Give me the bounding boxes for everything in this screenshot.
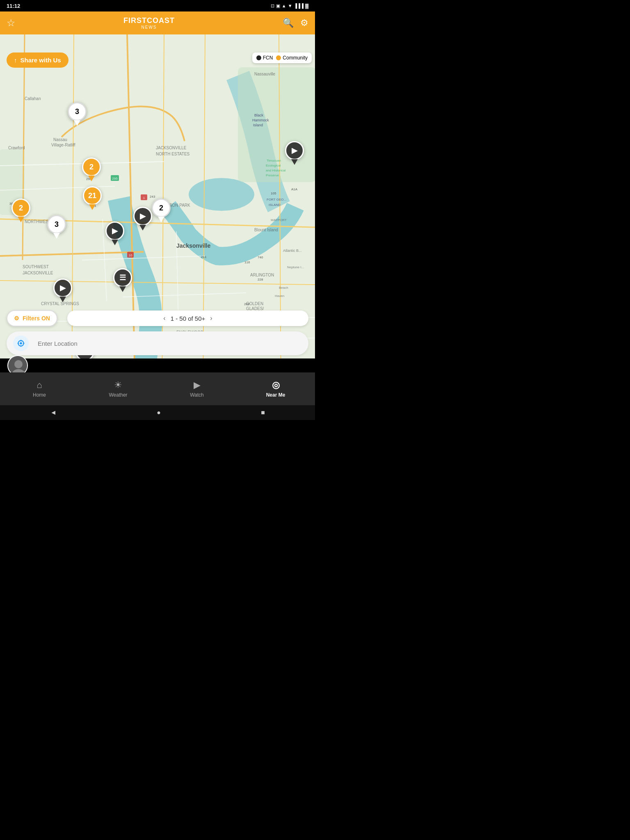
- pin-tail: [59, 297, 66, 302]
- location-input[interactable]: [34, 340, 302, 347]
- svg-text:10: 10: [129, 253, 132, 257]
- svg-text:A1A: A1A: [291, 187, 298, 191]
- svg-text:ARLINGTON: ARLINGTON: [250, 273, 274, 277]
- svg-text:740: 740: [258, 256, 263, 259]
- svg-line-6: [23, 34, 25, 260]
- favorite-button[interactable]: ☆: [7, 17, 16, 29]
- play-button: ▶: [105, 221, 124, 240]
- pin-tail: [158, 217, 164, 222]
- svg-line-15: [82, 256, 205, 260]
- svg-line-8: [0, 281, 315, 285]
- pin-count: 21: [83, 186, 102, 205]
- pin-count: 2: [82, 158, 101, 176]
- bottom-navigation: ⌂ Home ☀ Weather ▶ Watch ◎ Near Me: [0, 372, 315, 405]
- pin-count: 3: [68, 102, 87, 121]
- filters-label: Filters ON: [23, 315, 50, 322]
- video-pin-bottom-left[interactable]: ▶: [53, 278, 72, 302]
- svg-point-95: [14, 360, 23, 368]
- svg-rect-2: [238, 67, 315, 182]
- nav-item-watch[interactable]: ▶ Watch: [158, 380, 236, 398]
- svg-rect-92: [141, 194, 147, 200]
- svg-text:Beach: Beach: [279, 286, 288, 290]
- filters-button[interactable]: ⚙ Filters ON: [7, 310, 57, 326]
- svg-text:Haven: Haven: [275, 294, 284, 298]
- pin-tail: [88, 176, 95, 181]
- svg-text:and Historical: and Historical: [266, 169, 286, 172]
- settings-icon[interactable]: ⚙: [300, 18, 308, 28]
- weather-icon: ☀: [114, 380, 122, 390]
- legend-fcn: FCN: [256, 55, 273, 61]
- home-icon: ⌂: [37, 380, 42, 390]
- battery-icon: ▣: [276, 3, 280, 9]
- svg-text:MAYPORT: MAYPORT: [271, 218, 287, 222]
- fcn-label: FCN: [263, 55, 273, 61]
- community-dot: [276, 55, 281, 60]
- video-pin-mid-right[interactable]: ▶: [133, 207, 152, 231]
- nav-item-watch-label: Watch: [190, 392, 204, 398]
- svg-line-16: [123, 293, 246, 297]
- nav-item-weather-label: Weather: [109, 392, 127, 398]
- wifi-icon: ▼: [288, 3, 292, 8]
- top-navigation: ☆ FIRSTCOAST NEWS 🔍 ⚙: [0, 11, 315, 34]
- signal-icon: ▐▐▐: [294, 3, 304, 8]
- home-button[interactable]: ●: [157, 409, 161, 416]
- svg-text:228: 228: [258, 278, 263, 281]
- svg-text:FORT GEO...: FORT GEO...: [267, 198, 286, 201]
- share-button-label: Share with Us: [21, 57, 61, 64]
- play-button: ▶: [133, 207, 152, 226]
- nav-item-weather[interactable]: ☀ Weather: [79, 380, 158, 398]
- svg-text:Jacksonville: Jacksonville: [176, 242, 210, 249]
- location-target-icon[interactable]: [13, 336, 29, 351]
- article-pin-bottom-center[interactable]: ☰: [113, 268, 132, 292]
- svg-text:116: 116: [244, 260, 250, 264]
- svg-point-102: [20, 342, 21, 344]
- svg-text:105: 105: [271, 192, 276, 195]
- battery-level-icon: ▓: [305, 3, 308, 8]
- play-button: ▶: [53, 278, 72, 297]
- recent-button[interactable]: ■: [261, 409, 265, 416]
- controls-top-row: ⚙ Filters ON ‹ 1 - 50 of 50+ ›: [0, 307, 315, 330]
- article-icon: ☰: [113, 268, 132, 287]
- cluster-pin-21-orange[interactable]: 21: [83, 186, 102, 210]
- app-logo: FIRSTCOAST NEWS: [123, 16, 175, 30]
- filters-icon: ⚙: [14, 315, 19, 322]
- cluster-pin-3-white-mid[interactable]: 3: [47, 215, 66, 239]
- upload-icon: ↑: [14, 57, 17, 64]
- video-pin-right[interactable]: ▶: [285, 141, 304, 165]
- svg-text:Island: Island: [253, 123, 263, 127]
- svg-text:Neptune I...: Neptune I...: [287, 265, 304, 269]
- nearme-icon: ◎: [272, 380, 280, 390]
- svg-text:202: 202: [244, 302, 250, 306]
- svg-text:Ecological: Ecological: [266, 164, 281, 167]
- pagination-text: 1 - 50 of 50+: [171, 315, 205, 322]
- svg-text:211: 211: [201, 255, 207, 259]
- back-button[interactable]: ◄: [50, 409, 57, 416]
- cluster-pin-2-orange-mid[interactable]: 2: [82, 158, 101, 181]
- nav-item-nearme[interactable]: ◎ Near Me: [236, 380, 315, 398]
- prev-page-button[interactable]: ‹: [163, 315, 165, 322]
- nav-item-home[interactable]: ⌂ Home: [0, 380, 79, 398]
- svg-line-5: [0, 252, 144, 256]
- next-page-button[interactable]: ›: [210, 315, 212, 322]
- svg-text:Black: Black: [254, 113, 264, 117]
- cluster-pin-2-orange-left[interactable]: 2: [11, 199, 30, 222]
- video-pin-center[interactable]: ▶: [105, 221, 124, 245]
- svg-text:Nassau: Nassau: [53, 137, 67, 142]
- pin-tail: [53, 233, 60, 239]
- svg-text:SOUTHWEST: SOUTHWEST: [23, 265, 49, 269]
- svg-point-1: [189, 178, 254, 211]
- pin-count: 3: [47, 215, 66, 234]
- cluster-pin-3-white[interactable]: 3: [68, 102, 87, 126]
- pin-tail: [112, 240, 118, 245]
- search-icon[interactable]: 🔍: [283, 18, 294, 28]
- pin-tail: [18, 217, 24, 222]
- share-button[interactable]: ↑ Share with Us: [7, 52, 68, 68]
- svg-text:243: 243: [150, 195, 155, 199]
- pin-tail: [89, 204, 96, 210]
- svg-text:Village-Ratliff: Village-Ratliff: [51, 143, 75, 147]
- location-search-row: [7, 331, 308, 355]
- cluster-pin-2-white-right[interactable]: 2: [152, 199, 171, 222]
- pocket-icon: ⊡: [271, 3, 274, 9]
- svg-text:Crawford: Crawford: [8, 146, 25, 150]
- svg-text:NORTH ESTATES: NORTH ESTATES: [156, 152, 190, 156]
